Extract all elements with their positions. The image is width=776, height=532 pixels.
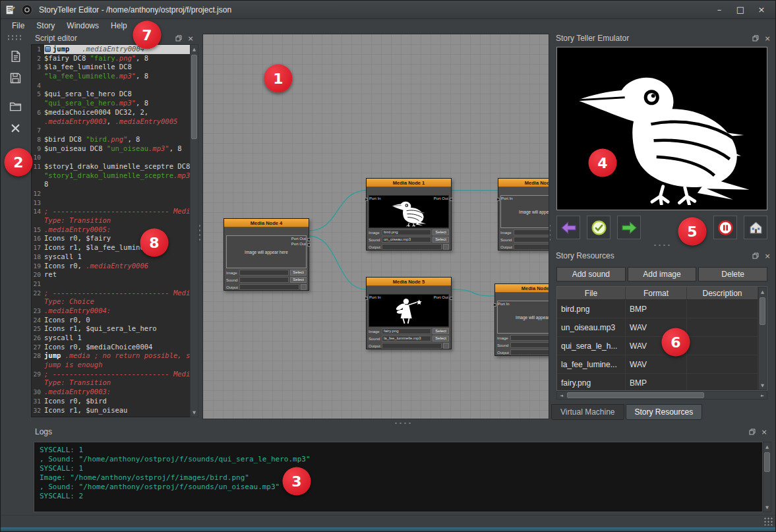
emulator-splitter-handle[interactable] (653, 243, 672, 247)
node-title[interactable]: Media Node 3 (495, 284, 549, 293)
select-image-button[interactable]: Select (433, 229, 449, 235)
media-node[interactable]: Media Node 4 Port Out Port Out Image wil… (224, 218, 309, 291)
scrollbar-track[interactable] (759, 296, 766, 381)
scrollbar-thumb[interactable] (760, 297, 765, 325)
code-line[interactable]: 12 (32, 189, 190, 198)
code-line[interactable]: Type: Transition (32, 378, 190, 388)
scroll-down-icon[interactable]: ▼ (191, 408, 198, 417)
scrollbar-thumb[interactable] (191, 55, 197, 139)
open-project-button[interactable] (3, 96, 27, 116)
scroll-up-icon[interactable]: ▲ (191, 45, 198, 53)
code-line[interactable]: 27Icons r0, $mediaChoice0004 (32, 343, 190, 352)
code-line[interactable]: 24Icons r0, 0 (32, 316, 190, 325)
media-node[interactable]: Media Node 1 Port In Port Out Imagebird.… (366, 178, 452, 251)
float-panel-icon[interactable] (175, 34, 183, 42)
tab-story-resources[interactable]: Story Resources (626, 404, 703, 420)
code-line[interactable]: 6$mediaChoice0004 DC32, 2, (32, 108, 190, 117)
code-line[interactable]: 21 (32, 280, 190, 289)
code-line[interactable]: 23.mediaEntry0004: (32, 307, 190, 316)
bottom-splitter-handle[interactable] (394, 421, 413, 425)
code-line[interactable]: 11$story1_drako_luminelle_sceptre DC8 (32, 162, 190, 171)
output-port[interactable] (307, 238, 311, 241)
resource-row[interactable]: la_fee_lumine...WAV (557, 355, 767, 374)
menu-help[interactable]: Help (105, 20, 133, 32)
scroll-up-icon[interactable]: ▲ (763, 442, 771, 451)
image-field-value[interactable]: bird.png (382, 229, 431, 235)
home-button[interactable] (744, 216, 767, 239)
code-line[interactable]: 3$la_fee_luminelle DC8 (32, 63, 190, 72)
code-line[interactable]: 14; ---------------------------- Media n… (32, 207, 190, 216)
scroll-right-icon[interactable]: ► (758, 392, 767, 399)
resize-grip[interactable] (763, 517, 773, 525)
scrollbar-thumb[interactable] (764, 452, 770, 472)
output-field-value[interactable] (514, 244, 549, 250)
resources-table-scrollbar[interactable]: ▲ ▼ (758, 287, 767, 390)
forward-button[interactable] (617, 216, 641, 239)
menu-windows[interactable]: Windows (61, 20, 105, 32)
node-title[interactable]: Media Node 4 (224, 219, 309, 227)
code-line[interactable]: 2$fairy DC8 "fairy.png", 8 (32, 54, 190, 63)
output-field-value[interactable] (239, 284, 299, 290)
close-project-button[interactable] (3, 118, 27, 138)
code-line[interactable]: .mediaEntry0003, .mediaEntry0005 (32, 117, 190, 127)
select-image-button[interactable]: Select (433, 328, 449, 334)
input-port[interactable] (365, 297, 368, 300)
scroll-up-icon[interactable]: ▲ (759, 287, 766, 296)
code-line[interactable]: 28jump .media ; no return possible, so a (32, 351, 190, 361)
sound-field-value[interactable] (514, 237, 549, 243)
select-image-button[interactable]: Select (290, 270, 307, 276)
sound-field-value[interactable] (239, 277, 289, 283)
select-sound-button[interactable]: Select (433, 237, 449, 243)
code-line[interactable]: 32Icons r1, $un_oiseau (32, 406, 190, 415)
input-port[interactable] (496, 198, 500, 201)
resource-row[interactable]: fairy.pngBMP (557, 374, 767, 391)
column-header-description[interactable]: Description (687, 287, 758, 299)
image-field-value[interactable] (514, 229, 549, 235)
code-line[interactable]: 10 (32, 153, 190, 162)
menu-story[interactable]: Story (30, 20, 61, 32)
output-field-value[interactable] (382, 343, 442, 349)
code-line[interactable]: 25Icons r1, $qui_sera_le_hero (32, 324, 190, 334)
maximize-button[interactable]: □ (731, 3, 750, 17)
media-node[interactable]: Media Node 5 Port In Port Out Imagefairy… (366, 277, 452, 349)
output-port[interactable] (307, 243, 311, 247)
resource-row[interactable]: un_oiseau.mp3WAV (557, 318, 767, 337)
column-header-format[interactable]: Format (626, 287, 687, 299)
scrollbar-track[interactable] (566, 392, 758, 399)
code-line[interactable]: 26syscall 1 (32, 334, 190, 343)
node-title[interactable]: Media Node 2 (498, 179, 549, 187)
output-options-button[interactable] (443, 343, 449, 349)
image-field-value[interactable] (239, 270, 289, 276)
float-panel-icon[interactable] (752, 252, 760, 260)
new-script-button[interactable] (3, 46, 27, 66)
code-line[interactable]: 5$qui_sera_le_hero DC8 (32, 90, 190, 99)
scroll-down-icon[interactable]: ▼ (763, 503, 771, 512)
media-node[interactable]: Media Node 2 Port In Port Out Image will… (498, 178, 549, 251)
code-line[interactable]: 19Icons r0, .mediaEntry0006 (32, 262, 190, 271)
close-panel-icon[interactable]: × (187, 34, 194, 42)
close-button[interactable]: × (752, 3, 771, 17)
code-line[interactable]: 1jump .mediaEntry0004 (32, 45, 190, 54)
code-line[interactable]: 4 (32, 81, 190, 90)
code-line[interactable]: 8$bird DC8 "bird.png", 8 (32, 135, 190, 144)
select-sound-button[interactable]: Select (290, 277, 307, 283)
input-port[interactable] (493, 303, 496, 307)
code-line[interactable]: "story1_drako_luminelle_sceptre.mp3", (32, 171, 190, 181)
input-port[interactable] (365, 198, 368, 201)
code-line[interactable]: "la_fee_luminelle.mp3", 8 (32, 72, 190, 81)
code-line[interactable]: 9$un_oiseau DC8 "un_oiseau.mp3", 8 (32, 144, 190, 154)
scroll-down-icon[interactable]: ▼ (759, 381, 766, 390)
scrollbar-thumb[interactable] (567, 392, 704, 398)
save-button[interactable] (3, 68, 27, 88)
node-title[interactable]: Media Node 1 (367, 179, 451, 187)
logs-content[interactable]: SYSCALL: 1, Sound: "/home/anthony/ostpro… (34, 442, 763, 512)
float-panel-icon[interactable] (752, 34, 760, 42)
output-port[interactable] (450, 198, 453, 201)
code-line[interactable]: Type: Choice (32, 297, 190, 307)
image-field-value[interactable] (510, 335, 549, 341)
close-panel-icon[interactable]: × (763, 34, 771, 42)
output-field-value[interactable] (510, 349, 549, 355)
resources-hscrollbar[interactable]: ◄ ► (556, 391, 767, 399)
titlebar[interactable]: StoryTeller Editor - /home/anthony/ostpr… (1, 1, 775, 19)
code-line[interactable]: jump is enough (32, 361, 190, 370)
